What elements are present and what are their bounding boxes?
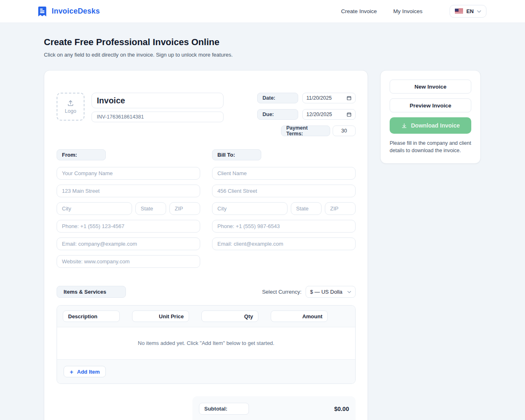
download-help-text: Please fill in the company and client de…: [390, 139, 471, 154]
currency-select[interactable]: $ — US Dolla: [306, 286, 356, 298]
brand[interactable]: InvoiceDesks: [37, 6, 100, 17]
client-name-input[interactable]: [212, 167, 356, 180]
subtotal-label-field[interactable]: Subtotal:: [199, 403, 249, 415]
client-city-input[interactable]: [212, 202, 288, 215]
from-column: From:: [57, 149, 200, 273]
client-zip-input[interactable]: [325, 202, 356, 215]
download-icon: [401, 123, 407, 129]
column-header-unit-price[interactable]: Unit Price: [132, 310, 189, 322]
download-invoice-button[interactable]: Download Invoice: [390, 117, 471, 134]
company-name-input[interactable]: [57, 167, 200, 180]
subtotal-row: Subtotal: $0.00: [199, 403, 349, 415]
logo-upload-dropzone[interactable]: Logo: [57, 93, 84, 121]
invoice-date-input[interactable]: 11/20/2025: [302, 93, 356, 103]
bill-to-column: Bill To:: [212, 149, 356, 273]
company-website-input[interactable]: [57, 255, 200, 268]
totals-panel: Subtotal: $0.00 Discount: %: [192, 396, 356, 420]
date-label-field[interactable]: Date:: [257, 93, 298, 103]
nav-my-invoices[interactable]: My Invoices: [393, 8, 422, 14]
new-invoice-button[interactable]: New Invoice: [390, 80, 471, 94]
invoice-number-input[interactable]: [91, 112, 224, 122]
preview-invoice-button[interactable]: Preview Invoice: [390, 98, 471, 112]
company-email-input[interactable]: [57, 237, 200, 250]
company-phone-input[interactable]: [57, 220, 200, 233]
items-table-header: Description Unit Price Qty Amount: [57, 306, 355, 327]
bill-to-label-field[interactable]: Bill To:: [212, 149, 261, 160]
page-title: Create Free Professional Invoices Online: [44, 37, 481, 48]
brand-name: InvoiceDesks: [52, 7, 100, 16]
company-street-input[interactable]: [57, 185, 200, 197]
items-table: Description Unit Price Qty Amount No ite…: [57, 305, 356, 384]
subtotal-amount: $0.00: [334, 406, 349, 412]
company-state-input[interactable]: [135, 202, 166, 215]
nav-create-invoice[interactable]: Create Invoice: [341, 8, 377, 14]
us-flag-icon: [455, 9, 463, 14]
payment-terms-input[interactable]: [333, 126, 356, 136]
add-item-button[interactable]: + Add Item: [64, 366, 106, 377]
calendar-icon: [347, 112, 352, 117]
empty-items-message: No items added yet. Click "Add Item" bel…: [65, 340, 347, 347]
from-label-field[interactable]: From:: [57, 149, 106, 160]
items-table-footer: + Add Item: [57, 360, 355, 383]
add-item-label: Add Item: [77, 369, 100, 375]
column-header-amount[interactable]: Amount: [271, 310, 328, 322]
column-header-qty[interactable]: Qty: [201, 310, 258, 322]
currency-selected-value: $ — US Dolla: [310, 289, 342, 295]
chevron-down-icon: [477, 10, 481, 13]
invoice-receipt-logo-icon: [37, 6, 48, 17]
company-city-input[interactable]: [57, 202, 132, 215]
column-header-description[interactable]: Description: [63, 310, 120, 322]
top-nav: Create Invoice My Invoices EN: [341, 5, 486, 18]
plus-icon: +: [70, 369, 73, 375]
invoice-due-date-value: 12/20/2025: [306, 112, 332, 117]
currency-label: Select Currency:: [262, 289, 301, 295]
page-subtitle: Click on any field to edit directly on t…: [44, 52, 481, 58]
items-table-empty-state: No items added yet. Click "Add Item" bel…: [57, 327, 355, 360]
invoice-editor-card: Logo Date: 11/20/2025: [44, 70, 368, 420]
page-content: Create Free Professional Invoices Online…: [0, 37, 525, 420]
language-selector[interactable]: EN: [450, 5, 486, 18]
chevron-down-icon: [347, 291, 351, 293]
client-street-input[interactable]: [212, 185, 356, 197]
client-email-input[interactable]: [212, 237, 356, 250]
payment-terms-label-field[interactable]: Payment Terms:: [281, 126, 330, 136]
client-phone-input[interactable]: [212, 220, 356, 233]
due-label-field[interactable]: Due:: [257, 109, 298, 120]
language-code: EN: [466, 8, 474, 14]
items-services-label-field[interactable]: Items & Services: [57, 286, 126, 298]
calendar-icon: [347, 96, 352, 100]
invoice-due-date-input[interactable]: 12/20/2025: [302, 109, 356, 120]
actions-sidebar: New Invoice Preview Invoice Download Inv…: [380, 70, 481, 164]
top-navigation-bar: InvoiceDesks Create Invoice My Invoices …: [0, 0, 525, 23]
client-state-input[interactable]: [291, 202, 322, 215]
invoice-date-value: 11/20/2025: [306, 95, 332, 101]
logo-upload-label: Logo: [65, 108, 76, 114]
download-invoice-label: Download Invoice: [411, 122, 460, 129]
invoice-title-input[interactable]: [91, 93, 224, 108]
upload-icon: [67, 99, 74, 107]
company-zip-input[interactable]: [169, 202, 200, 215]
